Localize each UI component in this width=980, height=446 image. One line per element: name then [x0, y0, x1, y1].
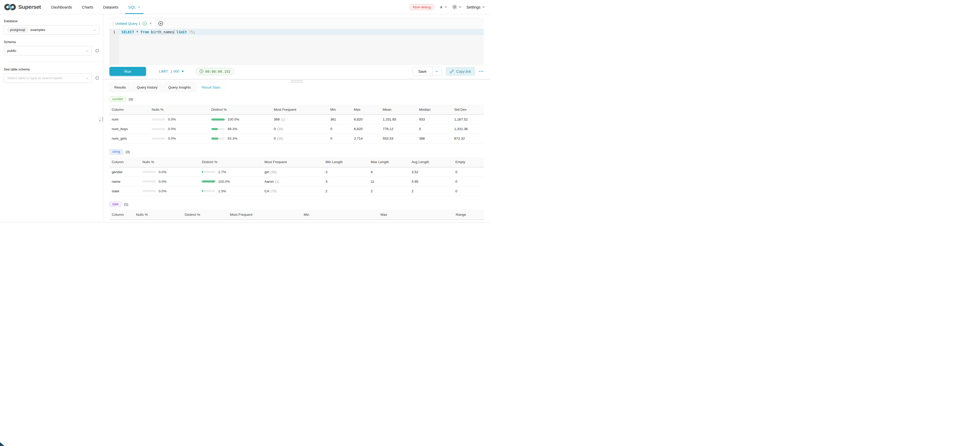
- value-cell: 6,820: [354, 124, 383, 134]
- tab-query-insights[interactable]: Query Insights: [163, 82, 196, 92]
- percent-bar-cell: 100.0%: [211, 115, 274, 124]
- type-tag-date: date: [110, 202, 121, 207]
- value-cell: 3: [325, 177, 371, 186]
- value-cell: 672.32: [454, 134, 484, 143]
- sql-token: [134, 30, 136, 34]
- percent-bar-cell: 49.3%: [211, 124, 274, 134]
- column-count: (3): [129, 97, 133, 101]
- limit-value: 1 000: [170, 69, 179, 73]
- refresh-schemas-icon[interactable]: [95, 49, 99, 53]
- more-options-button[interactable]: •••: [479, 69, 484, 73]
- stats-table-string: ColumnNulls %Distinct %Most FrequentMin …: [110, 157, 484, 196]
- sql-token: [187, 30, 189, 34]
- value-cell: 1,167.52: [454, 115, 484, 124]
- sql-editor[interactable]: 1 SELECT * from birth_names limit 75;: [110, 29, 484, 65]
- sql-token: [174, 30, 176, 34]
- close-tab-icon[interactable]: ✕: [150, 22, 152, 25]
- column-name-cell: name: [110, 177, 142, 186]
- clock-icon: [199, 69, 203, 73]
- column-header: Max: [354, 105, 383, 115]
- column-name-cell: num_boys: [110, 124, 152, 134]
- column-header: Nulls %: [152, 105, 211, 115]
- column-header: Min: [304, 210, 380, 220]
- column-name-cell: state: [110, 186, 142, 196]
- progress-bar: [152, 118, 165, 121]
- column-header: Distinct %: [211, 105, 274, 115]
- most-frequent-cell: girl(39): [264, 167, 326, 177]
- sqllab-left-panel: Database postgresql examples Schema publ…: [0, 14, 103, 223]
- column-header: Distinct %: [202, 157, 264, 167]
- copy-link-button[interactable]: Copy link: [445, 67, 475, 76]
- value-cell: 0: [455, 186, 484, 196]
- table-schema-label: See table schema: [4, 68, 99, 71]
- most-frequent-cell: Aaron(1): [264, 177, 326, 186]
- column-header: Max: [380, 210, 456, 220]
- add-tab-button[interactable]: [156, 18, 165, 29]
- collapse-panel-button[interactable]: ‹: [98, 117, 102, 123]
- most-frequent-cell: 0(39): [274, 124, 330, 134]
- column-header: Max Length: [371, 157, 412, 167]
- query-tab-title: Untitled Query 1: [115, 22, 141, 25]
- sql-token: [138, 30, 140, 34]
- nav-datasets[interactable]: Datasets: [102, 0, 120, 14]
- value-cell: 0: [455, 167, 484, 177]
- theme-toggle[interactable]: [452, 5, 461, 9]
- splitter-grip-icon: [291, 80, 303, 83]
- line-number: 1: [110, 29, 119, 35]
- nav-dashboards[interactable]: Dashboards: [49, 0, 73, 14]
- save-query-button[interactable]: Save: [413, 67, 433, 76]
- limit-dropdown[interactable]: LIMIT: 1 000: [159, 69, 184, 73]
- schema-select[interactable]: public: [4, 46, 92, 56]
- column-header: Min: [330, 105, 354, 115]
- database-select[interactable]: postgresql examples: [4, 25, 99, 35]
- query-tab[interactable]: Untitled Query 1 ✕: [110, 18, 155, 29]
- drag-handle-icon: [113, 22, 113, 25]
- tab-results[interactable]: Results: [110, 82, 131, 92]
- column-name-cell: num: [110, 115, 152, 124]
- plus-circle-icon: [158, 21, 163, 26]
- percent-bar-cell: 1.3%: [202, 186, 264, 196]
- value-cell: 2,714: [354, 134, 383, 143]
- refresh-tables-icon[interactable]: [95, 76, 99, 80]
- settings-menu[interactable]: Settings: [466, 5, 485, 9]
- column-count: (1): [124, 202, 128, 206]
- run-query-button[interactable]: Run: [110, 67, 146, 76]
- progress-bar: [211, 128, 225, 130]
- column-name-cell: gender: [110, 167, 142, 177]
- column-header: Std Dev: [454, 105, 484, 115]
- save-options-button[interactable]: [433, 67, 441, 76]
- sql-token: 75: [189, 30, 193, 34]
- chevron-down-icon: [93, 28, 96, 32]
- table-select[interactable]: Select table or type to search tables: [4, 73, 92, 83]
- nav-sql[interactable]: SQL: [127, 0, 142, 14]
- stats-section-header: number(3): [110, 97, 484, 102]
- superset-infinity-icon: [4, 3, 16, 11]
- table-row: num_boys0.0%49.3%0(39)06,820778.1201,331…: [110, 124, 484, 134]
- environment-badge: flask-debug: [409, 4, 434, 10]
- table-row: num0.0%100.0%369(1)3616,8201,331.659331,…: [110, 115, 484, 124]
- chevron-down-icon: [138, 6, 140, 8]
- table-row: name0.0%100.0%Aaron(1)3115.950: [110, 177, 484, 186]
- percent-bar-cell: 0.0%: [152, 134, 211, 143]
- sql-code-line: SELECT * from birth_names limit 75;: [119, 29, 484, 35]
- value-cell: 0: [330, 134, 354, 143]
- tab-result-stats[interactable]: Result Stats: [197, 82, 225, 92]
- panel-splitter[interactable]: [103, 79, 490, 82]
- progress-bar: [142, 171, 156, 173]
- value-cell: 2: [412, 186, 455, 196]
- tab-query-history[interactable]: Query history: [132, 82, 162, 92]
- value-cell: 0: [455, 177, 484, 186]
- column-header: Min Length: [325, 157, 371, 167]
- value-cell: 553.53: [383, 134, 419, 143]
- nav-charts[interactable]: Charts: [80, 0, 95, 14]
- new-item-menu[interactable]: +: [440, 5, 447, 10]
- stats-sections: number(3)ColumnNulls %Distinct %Most Fre…: [110, 92, 484, 223]
- percent-bar-cell: 53.3%: [211, 134, 274, 143]
- percent-bar-cell: 0.0%: [142, 177, 202, 186]
- stats-section-header: date(1): [110, 202, 484, 207]
- superset-logo[interactable]: Superset: [4, 3, 41, 11]
- query-success-icon: [143, 21, 147, 25]
- column-count: (3): [126, 150, 130, 154]
- column-header: Column: [110, 210, 136, 220]
- progress-bar: [202, 171, 215, 173]
